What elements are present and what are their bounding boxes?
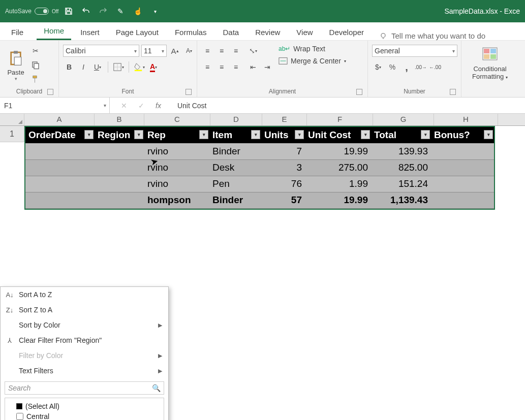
currency-icon[interactable]: $▾ — [372, 61, 384, 73]
formula-input[interactable]: Unit Cost — [172, 102, 525, 110]
tell-me-search[interactable]: Tell me what you want to do — [379, 31, 485, 40]
fill-color-icon[interactable]: ▾ — [133, 61, 145, 73]
filter-button-total[interactable]: ▾ — [421, 130, 430, 139]
tab-page-layout[interactable]: Page Layout — [109, 24, 166, 40]
qat-more-icon[interactable]: ▾ — [150, 6, 160, 16]
comma-icon[interactable]: , — [400, 61, 413, 73]
filter-button-item[interactable]: ▾ — [251, 130, 260, 139]
touch-icon[interactable]: ☝ — [133, 6, 143, 16]
filter-button-bonus[interactable]: ▾ — [484, 130, 493, 139]
tab-formulas[interactable]: Formulas — [168, 24, 214, 40]
filter-button-unitcost[interactable]: ▾ — [361, 130, 370, 139]
filter-button-region[interactable]: ▾ — [134, 130, 143, 139]
merge-center-button[interactable]: Merge & Center ▾ — [279, 57, 346, 65]
format-painter-icon[interactable] — [29, 73, 42, 85]
col-header-h[interactable]: H — [434, 114, 498, 125]
tab-data[interactable]: Data — [215, 24, 246, 40]
col-header-a[interactable]: A — [24, 114, 95, 125]
text-filters[interactable]: Text Filters▶ — [1, 363, 168, 378]
ribbon: Paste ▾ ✂ Clipboard Calibri▾ 11▾ A▴ A▾ B… — [0, 41, 525, 98]
col-header-e[interactable]: E — [262, 114, 307, 125]
filter-button-rep[interactable]: ▾ — [199, 130, 208, 139]
copy-icon[interactable] — [29, 59, 42, 71]
filter-button-units[interactable]: ▾ — [295, 130, 304, 139]
tab-view[interactable]: View — [289, 24, 320, 40]
select-all-cell[interactable] — [0, 114, 24, 125]
col-header-f[interactable]: F — [307, 114, 373, 125]
number-launcher-icon[interactable] — [450, 89, 456, 95]
undo-icon[interactable] — [81, 6, 91, 16]
checkbox-select-all[interactable]: (Select All) — [7, 401, 162, 411]
col-header-c[interactable]: C — [144, 114, 210, 125]
checkbox-central[interactable]: Central — [7, 411, 162, 420]
name-box-value: F1 — [4, 102, 12, 110]
align-center-icon[interactable]: ≡ — [215, 61, 228, 73]
svg-rect-14 — [484, 54, 489, 59]
col-header-d[interactable]: D — [210, 114, 262, 125]
align-right-icon[interactable]: ≡ — [230, 61, 242, 73]
decrease-decimal-icon[interactable]: ←.00 — [429, 61, 441, 73]
col-header-b[interactable]: B — [95, 114, 144, 125]
font-color-icon[interactable]: A▾ — [147, 61, 160, 73]
table-row[interactable]: rvinoBinder719.99139.93 — [25, 143, 494, 159]
shrink-font-icon[interactable]: A▾ — [183, 45, 195, 57]
align-left-icon[interactable]: ≡ — [201, 61, 213, 73]
tab-file[interactable]: File — [4, 24, 30, 40]
clipboard-launcher-icon[interactable] — [47, 89, 53, 95]
number-format-combo[interactable]: General▾ — [372, 45, 457, 57]
tab-developer[interactable]: Developer — [322, 24, 371, 40]
filter-search-input[interactable]: Search 🔍 — [5, 381, 164, 395]
formula-bar: F1 ▾ ✕ ✓ fx Unit Cost — [0, 98, 525, 114]
brush-icon[interactable]: ✎ — [115, 6, 126, 16]
row-header-1[interactable]: 1 — [0, 126, 24, 142]
alignment-launcher-icon[interactable] — [356, 89, 362, 95]
increase-indent-icon[interactable]: ⇥ — [261, 61, 273, 73]
align-middle-icon[interactable]: ≡ — [215, 45, 228, 57]
paste-button[interactable]: Paste ▾ — [4, 45, 27, 86]
paste-label: Paste — [7, 69, 24, 76]
tab-home[interactable]: Home — [37, 22, 71, 40]
table-row[interactable]: hompsonBinder5719.991,139.43 — [25, 192, 494, 208]
increase-decimal-icon[interactable]: .00→ — [415, 61, 427, 73]
sort-a-to-z[interactable]: A↓Sort A to Z — [1, 287, 168, 302]
tab-insert[interactable]: Insert — [73, 24, 107, 40]
bold-button[interactable]: B — [63, 61, 75, 73]
save-icon[interactable] — [64, 6, 74, 16]
accept-formula-icon[interactable]: ✓ — [138, 102, 144, 110]
font-name-combo[interactable]: Calibri▾ — [63, 45, 139, 57]
th-total: Total — [374, 130, 396, 140]
col-header-g[interactable]: G — [373, 114, 434, 125]
align-bottom-icon[interactable]: ≡ — [230, 45, 242, 57]
merge-label: Merge & Center — [291, 57, 341, 65]
switch-icon — [35, 8, 49, 15]
cut-icon[interactable]: ✂ — [29, 45, 42, 57]
align-top-icon[interactable]: ≡ — [201, 45, 213, 57]
wrap-text-button[interactable]: ab↵ Wrap Text — [279, 45, 346, 53]
percent-icon[interactable]: % — [386, 61, 398, 73]
autosave-toggle[interactable]: AutoSave Off — [5, 8, 58, 15]
svg-rect-5 — [34, 63, 39, 69]
sort-by-color[interactable]: Sort by Color▶ — [1, 317, 168, 333]
underline-button[interactable]: U▾ — [91, 61, 104, 73]
italic-button[interactable]: I — [77, 61, 89, 73]
conditional-formatting-icon — [482, 47, 498, 63]
clear-filter[interactable]: ⅄Clear Filter From "Region" — [1, 333, 168, 348]
font-size-combo[interactable]: 11▾ — [141, 45, 167, 57]
search-icon: 🔍 — [152, 384, 161, 392]
filter-button-orderdate[interactable]: ▾ — [84, 130, 94, 139]
fx-icon[interactable]: fx — [156, 102, 161, 110]
orientation-icon[interactable]: ⤡▾ — [247, 45, 259, 57]
tab-review[interactable]: Review — [248, 24, 287, 40]
table-row[interactable]: rvinoDesk3275.00825.00 — [25, 159, 494, 176]
font-launcher-icon[interactable] — [186, 89, 192, 95]
borders-icon[interactable]: ▾ — [112, 61, 125, 73]
redo-icon[interactable] — [98, 6, 108, 16]
table-row[interactable]: rvinoPen761.99151.24 — [25, 176, 494, 192]
decrease-indent-icon[interactable]: ⇤ — [247, 61, 259, 73]
conditional-formatting-button[interactable]: Conditional Formatting ▾ — [466, 43, 514, 84]
name-box[interactable]: F1 ▾ — [0, 98, 110, 113]
group-clipboard-label: Clipboard — [16, 88, 42, 95]
grow-font-icon[interactable]: A▴ — [169, 45, 181, 57]
sort-z-to-a[interactable]: Z↓Sort Z to A — [1, 302, 168, 317]
cancel-formula-icon[interactable]: ✕ — [121, 102, 127, 110]
